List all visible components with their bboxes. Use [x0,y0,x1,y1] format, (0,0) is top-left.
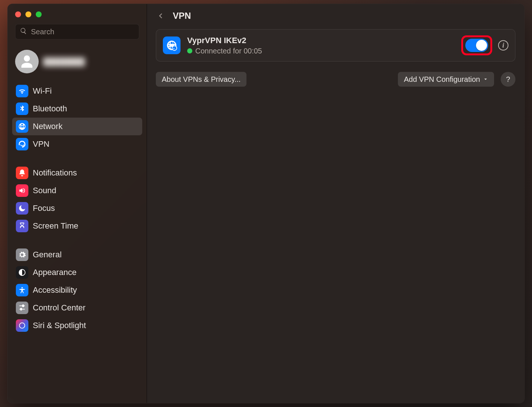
search-icon [20,27,27,36]
search-field[interactable] [15,24,139,39]
vpn-info-button[interactable]: i [498,40,508,51]
sidebar-item-label: Siri & Spotlight [33,321,86,330]
moon-icon [16,202,28,215]
sidebar-item-bluetooth[interactable]: Bluetooth [12,100,142,118]
about-vpns-button[interactable]: About VPNs & Privacy... [156,72,246,87]
sidebar-item-general[interactable]: General [12,246,142,264]
button-label: About VPNs & Privacy... [162,75,241,84]
add-vpn-config-button[interactable]: Add VPN Configuration [398,72,494,87]
sidebar-item-label: Control Center [33,303,85,313]
button-label: ? [506,75,510,84]
sidebar-item-label: Accessibility [33,285,77,295]
sidebar-item-label: Wi-Fi [33,86,52,96]
sidebar-item-label: General [33,250,62,260]
accessibility-icon [16,284,28,296]
search-input[interactable] [31,28,134,36]
close-window-button[interactable] [15,11,21,17]
svg-point-3 [172,46,177,51]
vpn-toggle[interactable] [465,39,488,52]
sidebar-item-label: Focus [33,204,55,213]
vpn-connection-row: VyprVPN IKEv2 Connected for 00:05 i [156,29,515,62]
gear-icon [16,248,28,261]
bell-icon [16,167,28,179]
highlight-annotation [461,35,492,55]
zoom-window-button[interactable] [36,11,42,17]
sidebar-item-label: Appearance [33,268,77,277]
sidebar-item-screentime[interactable]: Screen Time [12,217,142,235]
hourglass-icon [16,220,28,232]
user-avatar-icon [15,50,39,73]
apple-id-row[interactable]: ████████ [8,46,147,80]
chevron-down-icon [483,77,488,82]
siri-icon [16,319,28,332]
back-button[interactable] [156,11,166,21]
sidebar-item-label: Network [33,122,63,131]
sidebar-item-wifi[interactable]: Wi-Fi [12,82,142,100]
sidebar-item-controlcenter[interactable]: Control Center [12,299,142,317]
sidebar: ████████ Wi-Fi Bluetooth [8,4,147,403]
sidebar-item-label: Screen Time [33,221,78,231]
sidebar-item-label: Notifications [33,168,77,178]
wifi-icon [16,85,28,97]
vpn-status-text: Connected for 00:05 [195,47,262,55]
bluetooth-icon [16,102,28,115]
system-settings-window: ████████ Wi-Fi Bluetooth [7,4,525,403]
sidebar-item-label: Sound [33,186,56,195]
globe-icon [16,120,28,133]
appearance-icon [16,266,28,279]
status-dot-icon [187,48,192,53]
sidebar-item-accessibility[interactable]: Accessibility [12,281,142,299]
sidebar-item-label: VPN [33,139,49,149]
svg-point-2 [20,323,25,328]
sidebar-item-network[interactable]: Network [12,118,142,135]
help-button[interactable]: ? [501,72,515,87]
titlebar: VPN [147,4,524,29]
main-content: VPN VyprVPN IKEv2 Connected for 00:05 [147,4,524,403]
vpn-icon [16,138,28,150]
sidebar-item-vpn[interactable]: VPN [12,135,142,153]
sidebar-item-focus[interactable]: Focus [12,199,142,217]
vpn-globe-icon [163,36,181,54]
sidebar-item-siri[interactable]: Siri & Spotlight [12,317,142,334]
sidebar-item-label: Bluetooth [33,104,67,114]
page-title: VPN [173,11,191,21]
user-name: ████████ [43,58,85,66]
vpn-name: VyprVPN IKEv2 [187,36,455,45]
sliders-icon [16,302,28,314]
svg-point-1 [21,287,23,289]
window-controls [8,9,147,24]
sidebar-item-notifications[interactable]: Notifications [12,164,142,182]
sidebar-item-appearance[interactable]: Appearance [12,264,142,281]
sidebar-item-sound[interactable]: Sound [12,182,142,199]
speaker-icon [16,184,28,197]
button-label: Add VPN Configuration [404,75,480,84]
minimize-window-button[interactable] [25,11,31,17]
